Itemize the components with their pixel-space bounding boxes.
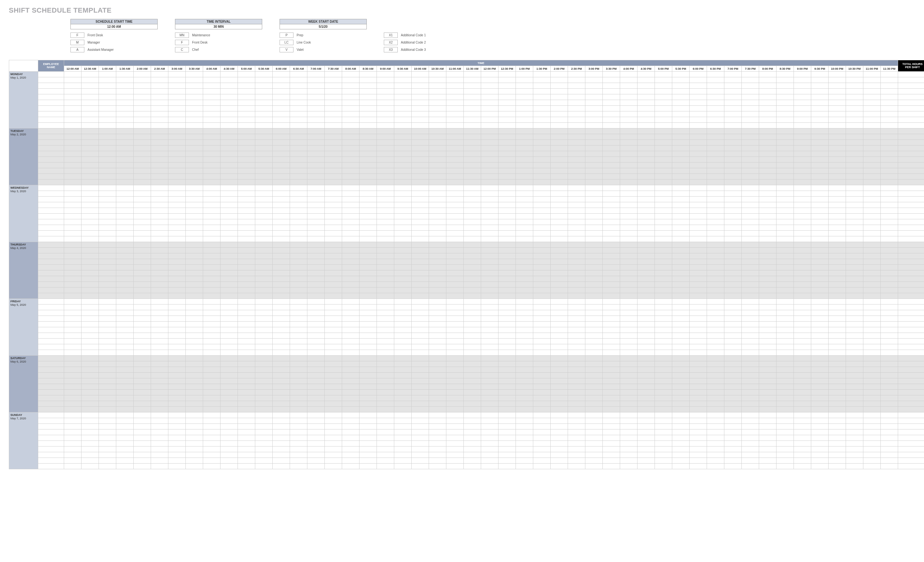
time-cell[interactable] <box>672 333 690 339</box>
time-cell[interactable] <box>829 219 846 225</box>
time-cell[interactable] <box>464 191 481 197</box>
time-cell[interactable] <box>412 333 429 339</box>
time-cell[interactable] <box>829 327 846 333</box>
time-cell[interactable] <box>168 145 186 151</box>
time-cell[interactable] <box>81 157 99 163</box>
time-cell[interactable] <box>881 77 898 83</box>
time-cell[interactable] <box>881 344 898 350</box>
time-cell[interactable] <box>186 191 203 197</box>
time-cell[interactable] <box>342 123 360 129</box>
time-cell[interactable] <box>585 231 603 236</box>
time-cell[interactable] <box>707 293 724 299</box>
time-cell[interactable] <box>238 418 255 424</box>
time-cell[interactable] <box>638 157 655 163</box>
time-cell[interactable] <box>829 401 846 407</box>
time-cell[interactable] <box>99 367 116 373</box>
time-cell[interactable] <box>325 282 342 287</box>
time-cell[interactable] <box>481 367 498 373</box>
time-cell[interactable] <box>116 111 134 117</box>
time-cell[interactable] <box>255 145 273 151</box>
time-cell[interactable] <box>829 129 846 134</box>
time-cell[interactable] <box>99 310 116 316</box>
time-cell[interactable] <box>794 219 811 225</box>
time-cell[interactable] <box>533 225 550 231</box>
time-cell[interactable] <box>811 89 829 94</box>
time-cell[interactable] <box>377 191 394 197</box>
time-cell[interactable] <box>168 452 186 458</box>
time-cell[interactable] <box>464 276 481 282</box>
time-cell[interactable] <box>846 123 863 129</box>
time-cell[interactable] <box>273 413 290 418</box>
time-cell[interactable] <box>724 214 742 219</box>
time-cell[interactable] <box>186 185 203 191</box>
time-cell[interactable] <box>724 424 742 429</box>
time-cell[interactable] <box>151 344 168 350</box>
time-cell[interactable] <box>64 219 81 225</box>
time-cell[interactable] <box>325 378 342 384</box>
time-cell[interactable] <box>168 231 186 236</box>
time-cell[interactable] <box>377 123 394 129</box>
time-cell[interactable] <box>116 191 134 197</box>
time-cell[interactable] <box>429 327 446 333</box>
time-cell[interactable] <box>568 441 585 447</box>
time-cell[interactable] <box>360 202 377 208</box>
time-cell[interactable] <box>881 390 898 395</box>
time-cell[interactable] <box>777 151 794 157</box>
time-cell[interactable] <box>220 259 238 265</box>
time-cell[interactable] <box>829 106 846 111</box>
time-cell[interactable] <box>238 401 255 407</box>
time-cell[interactable] <box>220 321 238 327</box>
time-cell[interactable] <box>481 271 498 276</box>
time-cell[interactable] <box>186 293 203 299</box>
time-cell[interactable] <box>412 191 429 197</box>
time-cell[interactable] <box>308 168 325 174</box>
time-cell[interactable] <box>342 214 360 219</box>
time-cell[interactable] <box>759 384 777 390</box>
time-cell[interactable] <box>481 242 498 248</box>
time-cell[interactable] <box>255 151 273 157</box>
time-cell[interactable] <box>360 129 377 134</box>
time-cell[interactable] <box>516 413 533 418</box>
time-cell[interactable] <box>325 236 342 242</box>
time-cell[interactable] <box>429 271 446 276</box>
time-cell[interactable] <box>325 72 342 77</box>
time-cell[interactable] <box>533 106 550 111</box>
time-cell[interactable] <box>829 310 846 316</box>
time-cell[interactable] <box>568 458 585 463</box>
time-cell[interactable] <box>620 174 638 179</box>
time-cell[interactable] <box>498 179 516 185</box>
time-cell[interactable] <box>394 111 412 117</box>
time-cell[interactable] <box>550 214 568 219</box>
time-cell[interactable] <box>116 418 134 424</box>
time-cell[interactable] <box>707 327 724 333</box>
legend-code[interactable]: LC <box>280 40 294 45</box>
time-cell[interactable] <box>290 321 308 327</box>
time-cell[interactable] <box>846 271 863 276</box>
time-cell[interactable] <box>742 424 759 429</box>
time-cell[interactable] <box>533 191 550 197</box>
time-cell[interactable] <box>585 106 603 111</box>
time-cell[interactable] <box>620 424 638 429</box>
time-cell[interactable] <box>151 106 168 111</box>
time-cell[interactable] <box>829 367 846 373</box>
time-cell[interactable] <box>759 367 777 373</box>
time-cell[interactable] <box>134 463 151 469</box>
time-cell[interactable] <box>829 447 846 452</box>
employee-cell[interactable] <box>38 435 64 441</box>
time-cell[interactable] <box>620 418 638 424</box>
time-cell[interactable] <box>186 94 203 100</box>
time-cell[interactable] <box>377 179 394 185</box>
time-cell[interactable] <box>290 287 308 293</box>
time-cell[interactable] <box>429 219 446 225</box>
time-cell[interactable] <box>412 276 429 282</box>
time-cell[interactable] <box>464 111 481 117</box>
time-cell[interactable] <box>690 344 707 350</box>
time-cell[interactable] <box>811 236 829 242</box>
time-cell[interactable] <box>863 111 881 117</box>
time-cell[interactable] <box>533 356 550 361</box>
time-cell[interactable] <box>64 407 81 413</box>
time-cell[interactable] <box>325 327 342 333</box>
time-cell[interactable] <box>464 310 481 316</box>
time-cell[interactable] <box>308 435 325 441</box>
time-cell[interactable] <box>777 299 794 305</box>
